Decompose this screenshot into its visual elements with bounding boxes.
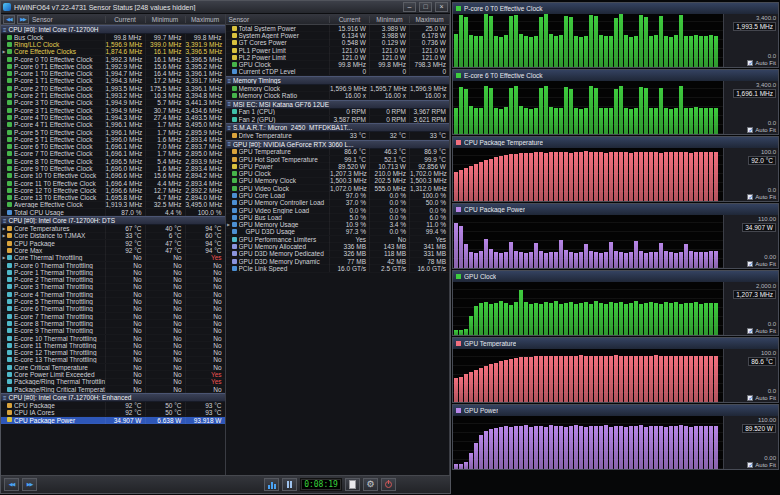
- graph-bar: [479, 251, 483, 268]
- graph-title-bar[interactable]: GPU Power: [453, 405, 778, 416]
- power-button[interactable]: [381, 478, 396, 491]
- title-bar[interactable]: HWiNFO64 v7.22-4731 Sensor Status [248 v…: [1, 1, 450, 14]
- value-maximum: 2,893.4 MHz: [185, 180, 225, 187]
- column-header-maximum[interactable]: Maximum: [185, 16, 225, 23]
- graph-button[interactable]: [264, 478, 279, 491]
- graph-bar: [664, 108, 668, 135]
- value-current: 97.0 %: [329, 192, 369, 199]
- value-maximum: No: [185, 269, 225, 276]
- sensor-label: Memory Clock: [239, 85, 330, 92]
- column-header-maximum[interactable]: Maximum: [409, 16, 449, 23]
- section-header[interactable]: ≡Memory Timings: [226, 76, 450, 85]
- graph-title-bar[interactable]: GPU Clock: [453, 271, 778, 282]
- value-maximum: 1,312.0 MHz: [409, 185, 449, 192]
- graph-bar: [539, 17, 543, 67]
- sensor-row[interactable]: PCIe Link Speed16.0 GT/s2.5 GT/s16.0 GT/…: [226, 265, 450, 272]
- value-maximum: 100.0 %: [409, 192, 449, 199]
- autofit-checkbox[interactable]: ✓: [747, 395, 753, 401]
- sensor-row[interactable]: Drive Temperature33 °C32 °C33 °C: [226, 132, 450, 139]
- scale-max-label: 100.0: [761, 149, 776, 155]
- clk-icon: [7, 122, 12, 127]
- maximize-button[interactable]: □: [419, 2, 432, 12]
- graph-title-bar[interactable]: CPU Package Power: [453, 204, 778, 215]
- graph-title-bar[interactable]: E-core 6 T0 Effective Clock: [453, 70, 778, 81]
- section-header[interactable]: ≡GPU [#0]: NVIDIA GeForce RTX 3060 L...: [226, 140, 450, 149]
- value-current: No: [105, 276, 145, 283]
- autofit-checkbox[interactable]: ✓: [747, 194, 753, 200]
- scroll-right-button[interactable]: ▶▶: [17, 15, 29, 24]
- autofit-checkbox[interactable]: ✓: [747, 60, 753, 66]
- autofit-checkbox[interactable]: ✓: [747, 328, 753, 334]
- sensor-label: Memory Clock Ratio: [239, 92, 330, 99]
- graph-window[interactable]: GPU Temperature100.086.6 °C0.0✓Auto Fit: [452, 337, 779, 403]
- graph-bar: [529, 304, 533, 335]
- graph-bar: [689, 303, 693, 335]
- graph-window[interactable]: GPU Clock2,000.01,207.3 MHz0.0✓Auto Fit: [452, 270, 779, 336]
- column-header-minimum[interactable]: Minimum: [369, 16, 409, 23]
- graph-bar: [564, 427, 568, 469]
- graph-bar: [624, 152, 628, 201]
- graph-bar: [704, 303, 708, 335]
- sensor-row[interactable]: Total CPU Usage87.0 %4.4 %100.0 %: [1, 209, 225, 216]
- column-header-current[interactable]: Current: [105, 16, 145, 23]
- clk-icon: [232, 62, 237, 67]
- logging-timer[interactable]: 0:08:19: [300, 478, 342, 491]
- graph-bar: [569, 426, 573, 469]
- sensor-label: E-core 10 Thermal Throttling: [14, 335, 105, 342]
- graph-title-bar[interactable]: GPU Temperature: [453, 338, 778, 349]
- graph-window[interactable]: E-core 6 T0 Effective Clock3,400.01,696.…: [452, 69, 779, 135]
- layout-button[interactable]: [282, 478, 297, 491]
- graph-bar: [594, 88, 598, 134]
- sensor-row[interactable]: Fan 2 (GPU)3,587 RPM0 RPM3,621 RPM: [226, 116, 450, 123]
- value-maximum: No: [185, 305, 225, 312]
- value-current: No: [105, 378, 145, 385]
- move-value-up-button[interactable]: ◀◀: [4, 478, 19, 491]
- graph-bar: [479, 108, 483, 135]
- autofit-checkbox[interactable]: ✓: [747, 261, 753, 267]
- report-button[interactable]: [345, 478, 360, 491]
- value-minimum: 16.00 x: [369, 92, 409, 99]
- graph-bar: [524, 108, 528, 134]
- graph-bar: [534, 356, 538, 402]
- graph-window[interactable]: CPU Package Power110.0034.907 W0.00✓Auto…: [452, 203, 779, 269]
- section-header[interactable]: ≡MSI EC: MSI Katana GF76 12UE: [226, 100, 450, 109]
- value-minimum: 3.4 %: [369, 221, 409, 228]
- graph-sensor-icon: [456, 140, 461, 145]
- graph-title-bar[interactable]: P-core 0 T0 Effective Clock: [453, 3, 778, 14]
- column-header-sensor[interactable]: Sensor: [226, 16, 330, 23]
- autofit-checkbox[interactable]: ✓: [747, 462, 753, 468]
- scroll-left-button[interactable]: ◀◀: [3, 15, 15, 24]
- sensor-row[interactable]: Memory Clock Ratio16.00 x16.00 x16.00 x: [226, 92, 450, 99]
- section-header[interactable]: ≡CPU [#0]: Intel Core i7-12700H: DTS: [1, 216, 225, 225]
- graph-bar: [454, 34, 458, 67]
- sensor-row[interactable]: Package/Ring Critical TemperatureNoNoNo: [1, 386, 225, 393]
- graph-bar: [619, 252, 623, 268]
- value-maximum: 341 MB: [409, 243, 449, 250]
- graph-window[interactable]: P-core 0 T0 Effective Clock3,400.01,993.…: [452, 2, 779, 68]
- tmp-icon: [7, 241, 12, 246]
- value-current: 99.8 MHz: [105, 34, 145, 41]
- sensor-row[interactable]: Current cTDP Level000: [226, 69, 450, 76]
- autofit-checkbox[interactable]: ✓: [747, 127, 753, 133]
- column-header-sensor[interactable]: Sensor: [29, 16, 105, 23]
- graph-window[interactable]: GPU Power110.0089.520 W0.00✓Auto Fit: [452, 404, 779, 470]
- sensor-label: P-core 3 T1 Effective Clock: [14, 107, 105, 114]
- section-header[interactable]: ≡CPU [#0]: Intel Core i7-12700H: Enhance…: [1, 393, 225, 402]
- graph-title-bar[interactable]: CPU Package Temperature: [453, 137, 778, 148]
- graph-title: CPU Package Temperature: [464, 139, 543, 146]
- section-header[interactable]: ≡S.M.A.R.T.: Micron_2450_MTFDKBA1T...: [226, 123, 450, 132]
- graph-window[interactable]: CPU Package Temperature100.092.0 °C0.0✓A…: [452, 136, 779, 202]
- graph-bar: [509, 16, 513, 67]
- move-value-down-button[interactable]: ▶▶: [22, 478, 37, 491]
- settings-button[interactable]: ⚙: [363, 478, 378, 491]
- graph-bar: [509, 427, 513, 469]
- value-maximum: 86.9 °C: [409, 148, 449, 155]
- minimize-button[interactable]: –: [403, 2, 416, 12]
- column-header-minimum[interactable]: Minimum: [145, 16, 185, 23]
- value-maximum: 60 °C: [185, 232, 225, 239]
- sensor-row[interactable]: CPU Package Power34.907 W6.638 W93.918 W: [1, 417, 225, 424]
- column-header-current[interactable]: Current: [329, 16, 369, 23]
- section-header[interactable]: ≡CPU [#0]: Intel Core i7-12700H: [1, 25, 225, 34]
- close-button[interactable]: ×: [435, 2, 448, 12]
- graph-current-value: 1,696.1 MHz: [733, 89, 776, 98]
